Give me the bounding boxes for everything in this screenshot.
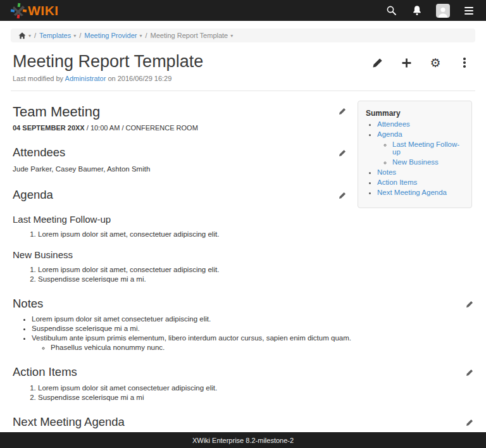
notifications-button[interactable] [409,3,425,19]
list-item: New Business [392,158,466,166]
toc-link-new-business[interactable]: New Business [392,158,439,166]
section-edit-button[interactable] [339,188,346,199]
version-footer-bar: XWiki Enterprise 8.2-milestone-2 [0,432,486,448]
section-heading-notes: Notes [13,297,43,311]
section-heading-attendees: Attendees [13,146,65,159]
toc-link-next-meeting-agenda[interactable]: Next Meeting Agenda [377,189,447,196]
page-header: Meeting Report Template ⚙ Last modified … [0,42,486,82]
list-item: Vestibulum ante ipsum primis elementum, … [32,334,473,351]
chevron-down-icon[interactable]: ▾ [73,33,76,39]
breadcrumb-separator: / [145,32,147,39]
settings-button[interactable]: ⚙ [429,56,442,69]
section-heading-next-meeting-agenda: Next Meeting Agenda [13,415,125,429]
list-item: Notes [377,168,466,176]
drawer-menu-button[interactable] [461,3,477,19]
list-item: Next Meeting Agenda [377,189,466,196]
edit-pencil-icon [466,419,473,426]
document-actions: ⚙ [371,53,473,69]
document-content: Summary Attendees Agenda Last Meeting Fo… [0,91,486,444]
list-item: Lorem ipsum dolor sit amet consectetuer … [32,315,473,323]
list-item: Attendees [377,120,466,128]
list-item: Last Meeting Follow-up [392,140,466,156]
breadcrumb-item-templates[interactable]: Templates [39,32,71,39]
section-edit-button[interactable] [466,415,473,426]
list-item: Suspendisse scelerisque mi a mi. [32,325,473,332]
edit-pencil-icon [339,149,346,157]
breadcrumb-item-current: Meeting Report Template [151,32,228,39]
user-avatar [436,4,450,18]
edit-pencil-icon [466,301,473,308]
add-plus-icon [401,58,412,68]
settings-gear-icon: ⚙ [430,57,440,69]
edit-pencil-icon [466,369,473,376]
edit-pencil-icon [339,192,346,199]
search-icon [386,5,397,16]
xwiki-logo[interactable]: WIKI [10,3,59,19]
chevron-down-icon[interactable]: ▾ [28,33,31,39]
create-button[interactable] [400,56,413,69]
toc-link-action-items[interactable]: Action Items [377,178,417,186]
breadcrumb-separator: / [34,32,36,39]
summary-toc-panel: Summary Attendees Agenda Last Meeting Fo… [358,101,472,208]
more-kebab-icon [463,58,465,67]
list-item: Phasellus vehicula nonummy nunc. [51,344,473,351]
modified-suffix: on 2016/06/29 16:29 [108,75,171,82]
notifications-bell-icon [412,5,422,16]
xwiki-logo-text: WIKI [28,4,59,17]
meeting-date-line: 04 SEPTEMBER 20XX / 10:00 AM / CONFERENC… [13,124,346,132]
list-item: Lorem ipsum dolor sit amet, consectetuer… [38,230,346,238]
modified-by-link[interactable]: Administrator [65,75,106,82]
meeting-date: 04 SEPTEMBER 20XX [13,124,85,132]
chevron-down-icon[interactable]: ▾ [230,33,233,39]
toc-link-attendees[interactable]: Attendees [377,120,410,128]
section-edit-button[interactable] [339,146,346,157]
breadcrumb-home[interactable]: ▾ [18,32,31,39]
meeting-time-location: / 10:00 AM / CONFERENCE ROOM [85,124,198,132]
edit-pencil-icon [372,58,383,68]
edit-button[interactable] [371,56,383,69]
toc-link-agenda[interactable]: Agenda [377,130,402,138]
section-edit-button[interactable] [466,365,473,376]
list-item: Lorem ipsum dolor sit amet, consectetuer… [38,266,346,273]
list-item: Action Items [377,178,466,186]
summary-title: Summary [366,109,466,118]
list-item: Agenda Last Meeting Follow-up New Busine… [377,130,466,166]
xwiki-logo-x-icon [10,3,27,19]
last-modified-line: Last modified by Administrator on 2016/0… [13,75,473,82]
section-heading-agenda: Agenda [13,188,53,202]
section-edit-button[interactable] [339,104,346,115]
xwiki-version-text: XWiki Enterprise 8.2-milestone-2 [192,437,294,444]
attendees-names: Jude Parker, Casey Baumer, Ashton Smith [13,164,346,174]
page-title: Meeting Report Template [13,53,203,72]
list-item: Suspendisse scelerisque mi a mi. [38,275,346,283]
edit-pencil-icon [339,108,346,115]
section-heading-action-items: Action Items [13,365,77,379]
toc-link-last-meeting-follow-up[interactable]: Last Meeting Follow-up [392,140,459,156]
list-item: Lorem ipsum dolor sit amet consectetuer … [38,384,473,392]
more-actions-button[interactable] [458,56,471,69]
section-heading-team-meeting: Team Meeting [13,104,100,120]
chevron-down-icon[interactable]: ▾ [139,33,142,39]
breadcrumb-separator: / [79,32,81,39]
toc-link-notes[interactable]: Notes [377,168,396,176]
section-edit-button[interactable] [466,297,473,308]
hamburger-menu-icon [464,7,473,15]
modified-prefix: Last modified by [13,75,63,82]
top-navigation-bar: WIKI [0,0,486,21]
user-profile-button[interactable] [435,3,451,19]
section-heading-new-business: New Business [13,249,346,261]
breadcrumb-item-meeting-provider[interactable]: Meeting Provider [84,32,137,39]
breadcrumb: ▾ / Templates ▾ / Meeting Provider ▾ / M… [11,28,475,42]
section-heading-last-meeting-follow-up: Last Meeting Follow-up [13,214,346,225]
search-button[interactable] [383,3,399,19]
list-item: Suspendisse scelerisque mi a mi [38,394,473,401]
home-icon [18,32,26,39]
